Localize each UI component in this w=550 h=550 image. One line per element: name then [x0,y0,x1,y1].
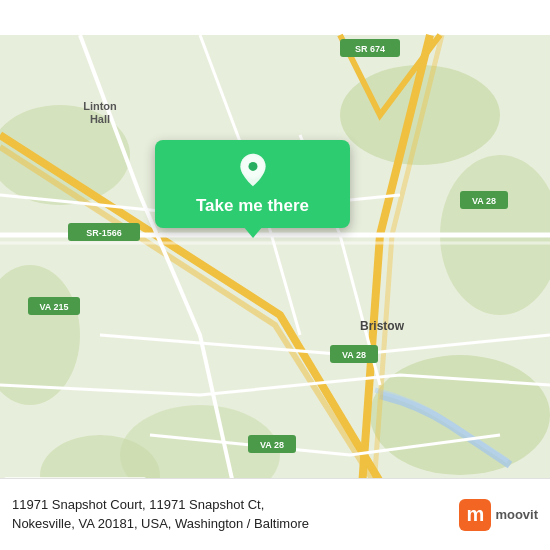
map-container: SR-1566 SR-1566 SR 674 VA 28 VA 28 VA 28… [0,0,550,550]
svg-point-3 [370,355,550,475]
moovit-logo-text: moovit [495,507,538,522]
svg-text:Linton: Linton [83,100,117,112]
moovit-logo: m moovit [459,499,538,531]
take-me-there-button[interactable]: Take me there [155,140,350,228]
svg-point-27 [248,162,257,171]
button-overlay: Take me there [155,140,350,228]
svg-text:VA 28: VA 28 [472,196,496,206]
location-pin-icon [235,152,271,188]
svg-text:SR-1566: SR-1566 [86,228,122,238]
button-label: Take me there [196,196,309,216]
map-background: SR-1566 SR-1566 SR 674 VA 28 VA 28 VA 28… [0,0,550,550]
svg-text:Hall: Hall [90,113,110,125]
moovit-logo-icon: m [459,499,491,531]
svg-text:VA 215: VA 215 [39,302,68,312]
address-text: 11971 Snapshot Court, 11971 Snapshot Ct,… [12,496,459,532]
info-bar: 11971 Snapshot Court, 11971 Snapshot Ct,… [0,478,550,550]
svg-text:Bristow: Bristow [360,319,405,333]
svg-text:VA 28: VA 28 [260,440,284,450]
svg-text:VA 28: VA 28 [342,350,366,360]
svg-text:SR 674: SR 674 [355,44,385,54]
